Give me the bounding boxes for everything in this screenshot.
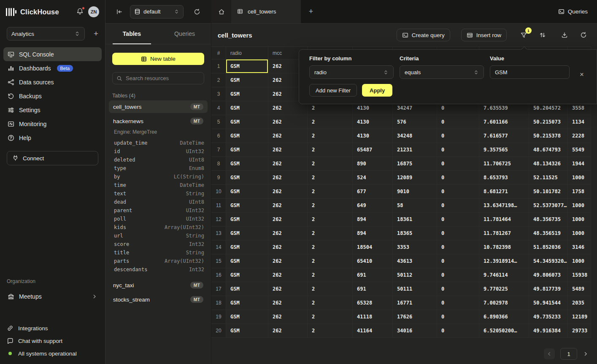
table-cell[interactable]: 2 bbox=[308, 268, 353, 282]
table-cell[interactable]: 0 bbox=[437, 296, 479, 310]
queries-button[interactable]: Queries bbox=[558, 8, 588, 15]
table-cell[interactable]: 1000 bbox=[568, 254, 591, 268]
table-cell[interactable]: 0 bbox=[437, 324, 479, 338]
table-cell[interactable]: 0 bbox=[437, 240, 479, 254]
table-cell[interactable]: 262 bbox=[268, 310, 308, 324]
table-cell[interactable]: 1944 bbox=[568, 157, 591, 171]
table-cell[interactable]: 48.674793 bbox=[529, 143, 568, 157]
sidebar-item-backups[interactable]: Backups bbox=[3, 89, 102, 103]
table-cell[interactable]: 0 bbox=[437, 213, 479, 226]
table-cell[interactable]: 18504 bbox=[353, 240, 393, 254]
table-cell[interactable]: 58 bbox=[393, 199, 437, 213]
table-cell[interactable]: 65410 bbox=[353, 254, 393, 268]
table-cell[interactable]: 524 bbox=[353, 171, 393, 185]
create-query-button[interactable]: Create query bbox=[397, 29, 450, 41]
table-cell[interactable]: GSM bbox=[226, 282, 268, 296]
table-cell[interactable]: 2 bbox=[308, 129, 353, 143]
table-cell[interactable]: 2 bbox=[308, 282, 353, 296]
previous-page-button[interactable] bbox=[544, 348, 555, 359]
footer-item-system-status[interactable]: All systems operational bbox=[7, 347, 98, 360]
table-cell[interactable]: 1758 bbox=[568, 185, 591, 199]
table-cell[interactable]: 10.782398 bbox=[479, 240, 529, 254]
new-table-button[interactable]: New table bbox=[112, 53, 204, 65]
table-cell[interactable]: 4130 bbox=[353, 115, 393, 129]
table-cell[interactable]: 3146 bbox=[568, 240, 591, 254]
table-cell[interactable]: 49.806073 bbox=[529, 268, 568, 282]
connect-button[interactable]: Connect bbox=[7, 151, 98, 165]
table-cell[interactable]: 1000 bbox=[568, 199, 591, 213]
filter-column-select[interactable]: radio bbox=[309, 65, 394, 79]
table-cell[interactable]: 262 bbox=[268, 240, 308, 254]
table-cell[interactable]: 2 bbox=[308, 254, 353, 268]
table-cell[interactable]: 894 bbox=[353, 226, 393, 240]
table-cell[interactable]: 2 bbox=[308, 296, 353, 310]
table-cell[interactable]: 1000 bbox=[568, 171, 591, 185]
table-cell[interactable]: 49.916384 bbox=[529, 324, 568, 338]
table-item-cell-towers[interactable]: cell_towers MT bbox=[109, 100, 208, 113]
table-cell[interactable]: 649 bbox=[353, 199, 393, 213]
table-item-hackernews[interactable]: hackernews MT bbox=[109, 115, 208, 127]
table-cell[interactable]: 50.215073 bbox=[529, 115, 568, 129]
table-cell[interactable]: 16771 bbox=[393, 296, 437, 310]
filter-criteria-select[interactable]: equals bbox=[400, 65, 484, 79]
table-item-nyc-taxi[interactable]: nyc_taxi MT bbox=[109, 279, 208, 291]
sort-button[interactable] bbox=[537, 30, 548, 40]
column-header[interactable]: radio bbox=[226, 47, 268, 59]
table-cell[interactable]: 0 bbox=[437, 254, 479, 268]
table-cell[interactable]: 16875 bbox=[393, 157, 437, 171]
sidebar-item-sql-console[interactable]: SQL Console bbox=[3, 47, 102, 61]
table-cell[interactable]: GSM bbox=[226, 310, 268, 324]
table-cell[interactable]: GSM bbox=[226, 296, 268, 310]
table-cell[interactable]: GSM bbox=[226, 213, 268, 226]
tab-queries[interactable]: Queries bbox=[158, 24, 211, 44]
table-cell[interactable]: 8.681271 bbox=[479, 185, 529, 199]
table-cell[interactable]: 691 bbox=[353, 268, 393, 282]
table-cell[interactable]: 54.3459320… bbox=[529, 254, 568, 268]
sidebar-item-settings[interactable]: Settings bbox=[3, 103, 102, 117]
table-cell[interactable]: GSM bbox=[226, 59, 268, 73]
table-cell[interactable]: 34016 bbox=[393, 324, 437, 338]
table-cell[interactable]: GSM bbox=[226, 143, 268, 157]
column-header[interactable]: # bbox=[211, 47, 226, 59]
table-cell[interactable]: 2228 bbox=[568, 129, 591, 143]
table-cell[interactable]: 11.781267 bbox=[479, 226, 529, 240]
table-cell[interactable]: 12089 bbox=[393, 171, 437, 185]
table-cell[interactable]: 894 bbox=[353, 213, 393, 226]
workspace-selector[interactable]: Analytics bbox=[7, 27, 85, 40]
table-cell[interactable]: 18365 bbox=[393, 226, 437, 240]
table-cell[interactable]: 2 bbox=[308, 171, 353, 185]
table-cell[interactable]: 7.002978 bbox=[479, 296, 529, 310]
table-cell[interactable]: 2 bbox=[308, 185, 353, 199]
table-cell[interactable]: 2 bbox=[308, 115, 353, 129]
table-cell[interactable]: GSM bbox=[226, 129, 268, 143]
table-cell[interactable]: 7.601166 bbox=[479, 115, 529, 129]
table-cell[interactable]: 17626 bbox=[393, 310, 437, 324]
table-cell[interactable]: 2 bbox=[308, 199, 353, 213]
table-cell[interactable]: 6.52050200… bbox=[479, 324, 529, 338]
current-page[interactable]: 1 bbox=[560, 348, 577, 360]
table-cell[interactable]: 2 bbox=[308, 310, 353, 324]
table-cell[interactable]: 2035 bbox=[568, 296, 591, 310]
table-cell[interactable]: 9.357565 bbox=[479, 143, 529, 157]
table-cell[interactable]: 43613 bbox=[393, 254, 437, 268]
download-button[interactable] bbox=[559, 30, 570, 40]
table-cell[interactable]: 9.746114 bbox=[479, 268, 529, 282]
table-cell[interactable]: 11.781464 bbox=[479, 213, 529, 226]
sidebar-item-monitoring[interactable]: Monitoring bbox=[3, 117, 102, 131]
table-cell[interactable]: 4130 bbox=[353, 129, 393, 143]
table-cell[interactable]: GSM bbox=[226, 199, 268, 213]
apply-filter-button[interactable]: Apply bbox=[362, 84, 392, 97]
table-cell[interactable]: 262 bbox=[268, 226, 308, 240]
avatar[interactable]: ZN bbox=[88, 6, 99, 17]
table-cell[interactable]: 9010 bbox=[393, 185, 437, 199]
table-cell[interactable]: 0 bbox=[437, 129, 479, 143]
table-cell[interactable]: 6.890366 bbox=[479, 310, 529, 324]
table-cell[interactable]: 0 bbox=[437, 282, 479, 296]
table-cell[interactable]: 677 bbox=[353, 185, 393, 199]
table-cell[interactable]: 262 bbox=[268, 282, 308, 296]
sidebar-item-help[interactable]: Help bbox=[3, 131, 102, 145]
table-cell[interactable]: 50111 bbox=[393, 282, 437, 296]
table-cell[interactable]: 65487 bbox=[353, 143, 393, 157]
table-cell[interactable]: GSM bbox=[226, 226, 268, 240]
table-cell[interactable]: 0 bbox=[437, 310, 479, 324]
